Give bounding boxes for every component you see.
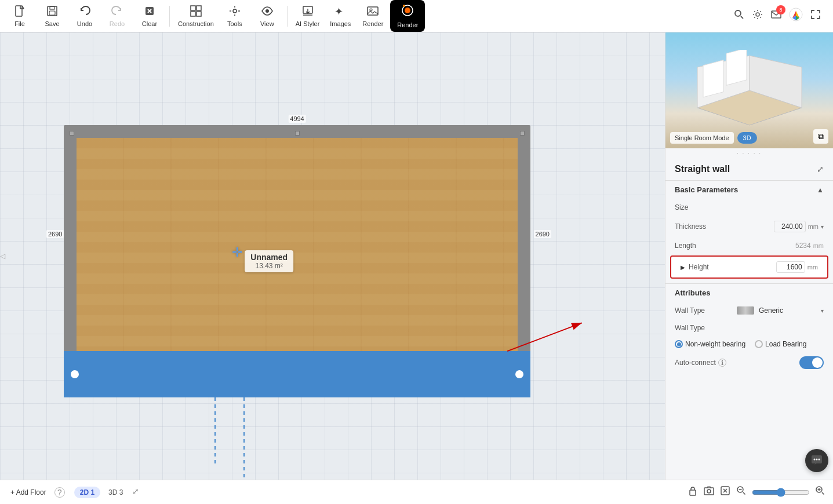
- toolbar-images[interactable]: Render: [358, 2, 388, 30]
- chat-btn[interactable]: [805, 449, 828, 472]
- lock-tool-btn[interactable]: [687, 485, 699, 499]
- toolbar-render[interactable]: Render: [390, 0, 425, 32]
- non-weight-option[interactable]: Non-weight bearing: [675, 340, 745, 348]
- save-icon: [46, 5, 59, 19]
- tab-expand-icon[interactable]: ⤢: [132, 487, 139, 498]
- handle-left[interactable]: [70, 369, 80, 379]
- toolbar: File Save Undo Redo Clear Construction: [0, 0, 833, 32]
- toolbar-file[interactable]: File: [5, 2, 35, 30]
- toolbar-undo[interactable]: Undo: [70, 2, 100, 30]
- load-bearing-option[interactable]: Load Bearing: [755, 340, 806, 348]
- auto-connect-text: Auto-connect: [675, 359, 716, 367]
- thickness-input[interactable]: 240.00: [774, 221, 806, 232]
- auto-connect-toggle[interactable]: ✕: [799, 356, 824, 369]
- camera-tool-btn[interactable]: [703, 485, 715, 499]
- wall-type-row: Wall Type Generic ▾: [665, 302, 833, 319]
- toolbar-tools[interactable]: Tools: [220, 2, 250, 30]
- floor-plan[interactable]: 4994 4994 2690 2690: [64, 125, 530, 397]
- dim-right: 2690: [534, 230, 551, 238]
- preview-3d-btn[interactable]: 3D: [737, 132, 757, 144]
- wall-type-label-row: Wall Type: [665, 319, 833, 337]
- tab-2d[interactable]: 2D 1: [74, 487, 100, 498]
- svg-rect-3: [49, 11, 55, 15]
- preview-copy-btn[interactable]: ⧉: [813, 129, 828, 144]
- toolbar-construction[interactable]: Construction: [174, 2, 217, 30]
- svg-rect-28: [726, 50, 747, 85]
- thickness-unit: mm: [808, 223, 819, 230]
- export-icon: [301, 5, 314, 19]
- zoom-in-btn[interactable]: [814, 485, 826, 499]
- height-row: ▶ Height 1600 mm: [670, 255, 828, 279]
- wall-outer: 4994 4994 2690 2690: [64, 125, 530, 397]
- load-bearing-radio[interactable]: [755, 340, 763, 348]
- close-tool-btn[interactable]: [719, 485, 731, 499]
- add-floor-btn[interactable]: + Add Floor: [7, 487, 50, 498]
- height-play-btn[interactable]: ▶: [681, 264, 685, 271]
- floor-tabs: 2D 1 3D 3 ⤢: [74, 487, 140, 498]
- toolbar-export-label: AI Styler: [296, 20, 320, 27]
- preview-3d: Single Room Mode 3D ⧉: [665, 32, 833, 148]
- preview-controls: Single Room Mode 3D: [670, 132, 757, 144]
- single-room-mode-btn[interactable]: Single Room Mode: [670, 132, 734, 144]
- corner-tm[interactable]: [295, 131, 300, 136]
- radio-row: Non-weight bearing Load Bearing: [665, 337, 833, 352]
- ai-styler-icon: ✦: [334, 5, 347, 19]
- toolbar-ai-styler[interactable]: ✦ Images: [325, 2, 355, 30]
- toolbar-tools-label: Tools: [227, 20, 242, 27]
- toolbar-view-label: View: [260, 20, 274, 27]
- load-bearing-label: Load Bearing: [765, 340, 806, 348]
- panel-expand-icon[interactable]: ⤢: [817, 165, 824, 174]
- clear-icon: [143, 5, 156, 19]
- zoom-slider[interactable]: [752, 488, 810, 497]
- bottom-bar: + Add Floor ? 2D 1 3D 3 ⤢: [0, 480, 833, 504]
- svg-rect-30: [704, 488, 714, 495]
- svg-rect-7: [191, 12, 195, 16]
- zoom-out-btn[interactable]: [736, 485, 747, 499]
- file-icon: [13, 5, 26, 19]
- basic-params-toggle: ▲: [817, 186, 824, 194]
- corner-tr[interactable]: [520, 131, 525, 136]
- google-btn[interactable]: [789, 8, 803, 25]
- size-label: Size: [675, 203, 824, 211]
- toolbar-save[interactable]: Save: [37, 2, 67, 30]
- basic-params-header[interactable]: Basic Parameters ▲: [665, 181, 833, 199]
- toolbar-clear[interactable]: Clear: [134, 2, 165, 30]
- canvas-area[interactable]: ◁ 4994 4994 2690 2690: [0, 32, 665, 480]
- separator-2: [287, 6, 288, 27]
- room-label: Unnamed 13.43 m²: [245, 250, 293, 272]
- room-area: 13.43 m²: [250, 262, 288, 270]
- toolbar-clear-label: Clear: [142, 20, 157, 27]
- toolbar-export[interactable]: AI Styler: [292, 2, 323, 30]
- handle-right[interactable]: [514, 369, 525, 379]
- height-value-container: 1600 mm: [776, 261, 818, 273]
- view-icon: [261, 5, 274, 19]
- fullscreen-btn[interactable]: [810, 9, 821, 23]
- toolbar-construction-label: Construction: [178, 20, 214, 27]
- help-btn[interactable]: ?: [54, 487, 65, 498]
- search-btn[interactable]: [733, 9, 745, 23]
- separator-1: [169, 6, 170, 27]
- toolbar-view[interactable]: View: [252, 2, 282, 30]
- wall-type-dropdown[interactable]: ▾: [821, 308, 824, 314]
- non-weight-radio[interactable]: [675, 340, 683, 348]
- toolbar-redo[interactable]: Redo: [102, 2, 132, 30]
- svg-point-38: [819, 459, 820, 461]
- corner-tl[interactable]: [70, 131, 74, 136]
- redo-icon: [111, 5, 123, 19]
- thickness-row: Thickness 240.00 mm ▾: [665, 216, 833, 237]
- main-area: ◁ 4994 4994 2690 2690: [0, 32, 833, 480]
- svg-rect-29: [690, 490, 696, 495]
- drag-handle-top[interactable]: · · · · ·: [665, 148, 833, 158]
- top-right-icons: 8: [733, 8, 828, 25]
- height-input[interactable]: 1600: [776, 261, 805, 273]
- settings-btn[interactable]: [752, 9, 763, 23]
- mail-btn[interactable]: 8: [770, 9, 782, 23]
- wall-type-select[interactable]: Generic: [759, 306, 816, 315]
- floor-inner: [77, 138, 518, 351]
- length-row: Length 5234 mm: [665, 237, 833, 254]
- move-icon[interactable]: ✛: [232, 245, 242, 260]
- tools-icon: [228, 5, 241, 19]
- tab-3d[interactable]: 3D 3: [103, 487, 129, 498]
- svg-point-9: [233, 9, 237, 13]
- thickness-dropdown-icon[interactable]: ▾: [821, 224, 824, 230]
